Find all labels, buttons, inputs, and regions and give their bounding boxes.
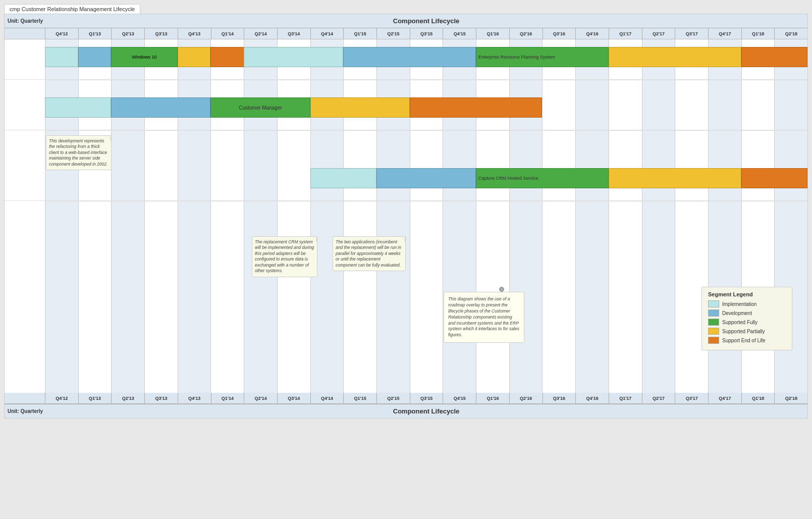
quarter-cell-Q416: Q4'16 (575, 28, 609, 39)
quarter-cell-Q113: Q1'13 (78, 393, 112, 403)
quarter-cell-Q216: Q2'16 (509, 28, 543, 39)
bars-capture-crm: Capture CRM Hosted Service (45, 161, 807, 200)
legend-item-support-end-of-life: Support End of Life (708, 337, 786, 344)
bar-segment (310, 168, 376, 188)
quarter-cell-Q317: Q3'17 (675, 393, 708, 403)
quarter-cell-Q115: Q1'15 (343, 28, 376, 39)
quarter-cell-Q214: Q2'14 (244, 28, 277, 39)
quarter-cell-Q414: Q4'14 (310, 393, 344, 403)
quarter-cell-Q215: Q2'15 (376, 28, 410, 39)
quarter-cell-Q217: Q2'17 (642, 393, 675, 403)
chart-body: Windows 10Enterprise Resource Planning S… (5, 39, 807, 393)
unit-label-top: Unit: Quarterly (5, 18, 45, 24)
quarter-cell-Q113: Q1'13 (78, 28, 112, 39)
note-1: This development represents the refactor… (46, 135, 112, 170)
quarter-cell-Q315: Q3'15 (410, 393, 443, 403)
legend-item-implementation: Implementation (708, 300, 786, 307)
quarter-cell-Q218: Q2'18 (774, 28, 807, 39)
bar-segment (376, 168, 476, 188)
quarters-top: Q4'12Q1'13Q2'13Q3'13Q4'13Q1'14Q2'14Q3'14… (45, 28, 807, 39)
quarter-cell-Q117: Q1'17 (609, 393, 642, 403)
row-capture-crm: Capture CRM Hosted Service (5, 161, 807, 201)
bar-segment (111, 97, 210, 118)
bar-segment (310, 97, 410, 118)
row-customer-manager: Customer Manager (5, 90, 807, 130)
legend-swatch (708, 337, 719, 344)
quarter-cell-Q415: Q4'15 (443, 28, 476, 39)
bar-segment (244, 47, 343, 67)
legend-title: Segment Legend (708, 291, 786, 297)
bars-customer-manager: Customer Manager (45, 90, 807, 130)
legend-label: Support End of Life (722, 338, 766, 343)
quarter-cell-Q414: Q4'14 (310, 28, 344, 39)
quarter-cell-Q215: Q2'15 (376, 393, 410, 403)
legend-box: Segment Legend ImplementationDevelopment… (701, 287, 792, 350)
bar-segment (410, 97, 543, 118)
note-4: This diagram shows the use of a roadmap … (444, 292, 524, 343)
quarter-cell-Q114: Q1'14 (211, 28, 244, 39)
quarter-cell-Q216: Q2'16 (509, 393, 543, 403)
quarter-cell-Q116: Q1'16 (476, 393, 509, 403)
quarter-cell-Q114: Q1'14 (211, 393, 244, 403)
quarter-row-top: Q4'12Q1'13Q2'13Q3'13Q4'13Q1'14Q2'14Q3'14… (5, 28, 807, 39)
quarter-cell-Q314: Q3'14 (277, 28, 310, 39)
quarter-cell-Q415: Q4'15 (443, 393, 476, 403)
quarter-cell-Q412: Q4'12 (45, 393, 78, 403)
bar-segment (45, 47, 78, 67)
quarter-cell-Q313: Q3'13 (144, 28, 178, 39)
quarter-cell-Q213: Q2'13 (111, 393, 144, 403)
quarter-cell-Q118: Q1'18 (741, 393, 775, 403)
quarter-cell-Q316: Q3'16 (543, 393, 576, 403)
bar-enterprise-resource-planning-system: Enterprise Resource Planning System (476, 47, 609, 67)
quarter-cell-Q315: Q3'15 (410, 28, 443, 39)
bar-segment (741, 47, 807, 67)
footer-row: Unit: Quarterly Component Lifecycle (5, 404, 807, 418)
quarter-cell-Q116: Q1'16 (476, 28, 509, 39)
legend-items: ImplementationDevelopmentSupported Fully… (708, 300, 786, 344)
bar-segment (45, 97, 111, 118)
quarters-bottom: Q4'12Q1'13Q2'13Q3'13Q4'13Q1'14Q2'14Q3'14… (45, 393, 807, 403)
row-divider-1 (45, 80, 807, 80)
quarter-cell-Q118: Q1'18 (741, 28, 775, 39)
bar-customer-manager: Customer Manager (210, 97, 310, 118)
legend-label: Development (722, 310, 752, 316)
bar-segment (343, 47, 476, 67)
quarter-cell-Q413: Q4'13 (178, 393, 211, 403)
quarter-cell-Q218: Q2'18 (774, 393, 807, 403)
callout-dot (499, 287, 504, 292)
quarter-cell-Q316: Q3'16 (543, 28, 576, 39)
note-3: The two applications (incumbent and the … (333, 236, 406, 271)
quarter-cell-Q416: Q4'16 (575, 393, 609, 403)
bars-windows-erp: Windows 10Enterprise Resource Planning S… (45, 39, 807, 79)
quarter-cell-Q213: Q2'13 (111, 28, 144, 39)
legend-item-development: Development (708, 309, 786, 317)
header-row-top: Unit: Quarterly Component Lifecycle (5, 14, 807, 28)
bar-segment (609, 47, 741, 67)
quarter-cell-Q412: Q4'12 (45, 28, 78, 39)
legend-swatch (708, 328, 719, 335)
unit-label-bottom: Unit: Quarterly (5, 408, 45, 414)
quarter-cell-Q115: Q1'15 (343, 393, 376, 403)
quarter-cell-Q317: Q3'17 (675, 28, 708, 39)
bar-segment (178, 47, 211, 67)
bar-segment (741, 168, 807, 188)
quarter-cell-Q214: Q2'14 (244, 393, 277, 403)
note-2: The replacement CRM system will be imple… (252, 236, 317, 277)
component-lifecycle-label-bottom: Component Lifecycle (45, 407, 807, 415)
main-chart: Unit: Quarterly Component Lifecycle Q4'1… (4, 14, 808, 419)
row-divider-2 (45, 130, 807, 131)
bar-segment (609, 168, 741, 188)
outer-container: cmp Customer Relationship Management Lif… (0, 0, 812, 519)
legend-item-supported-partially: Supported Partially (708, 328, 786, 335)
legend-label: Supported Partially (722, 329, 765, 334)
legend-swatch (708, 319, 719, 326)
bar-capture-crm-hosted-service: Capture CRM Hosted Service (476, 168, 609, 188)
title-tab: cmp Customer Relationship Management Lif… (4, 4, 140, 14)
quarter-row-bottom: Q4'12Q1'13Q2'13Q3'13Q4'13Q1'14Q2'14Q3'14… (5, 393, 807, 404)
quarter-cell-Q417: Q4'17 (708, 393, 741, 403)
row-windows-erp: Windows 10Enterprise Resource Planning S… (5, 39, 807, 80)
windows10-text-label: Windows 10 (111, 47, 177, 67)
legend-label: Implementation (722, 301, 756, 307)
quarter-cell-Q314: Q3'14 (277, 393, 310, 403)
quarter-cell-Q117: Q1'17 (609, 28, 642, 39)
